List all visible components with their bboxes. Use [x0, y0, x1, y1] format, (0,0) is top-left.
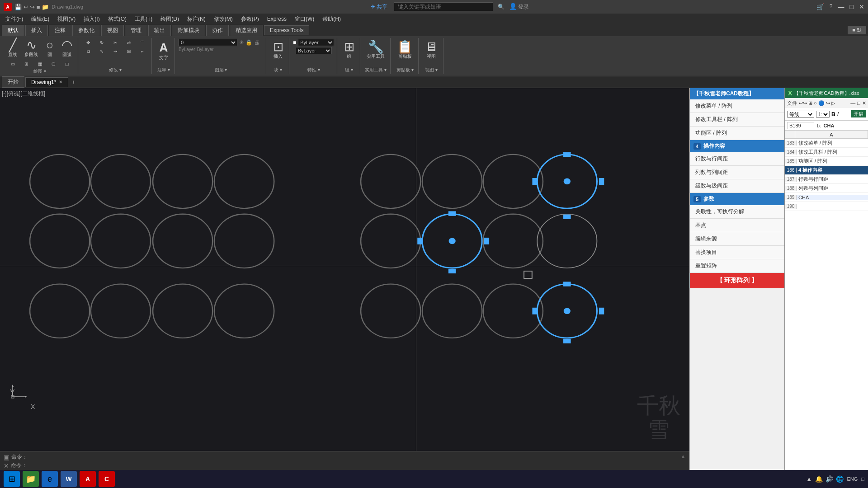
- menu-window[interactable]: 窗口(W): [291, 14, 318, 24]
- panel-item-6[interactable]: 级数与级间距: [690, 179, 784, 193]
- handle-left[interactable]: [533, 178, 537, 185]
- btn-arc[interactable]: ◠ 圆弧: [59, 37, 75, 60]
- menu-draw[interactable]: 绘图(D): [157, 14, 183, 24]
- excel-open-btn[interactable]: 开启: [851, 111, 866, 117]
- menu-format[interactable]: 格式(O): [104, 14, 130, 24]
- panel-item-8[interactable]: 基点: [690, 219, 784, 232]
- btn-insert[interactable]: ⊡ 插入: [270, 39, 286, 61]
- circle-r2c3[interactable]: [153, 214, 212, 268]
- excel-row-6[interactable]: 188 列数与列间距: [785, 184, 868, 193]
- btn-mirror[interactable]: ⇌: [123, 39, 135, 46]
- tab-output[interactable]: 输出: [148, 25, 171, 36]
- login-btn[interactable]: 登录: [518, 4, 529, 10]
- tray-volume[interactable]: 🔊: [826, 475, 833, 483]
- tab-view[interactable]: 视图: [101, 25, 124, 36]
- excel-maximize[interactable]: □: [857, 100, 860, 106]
- handle-top[interactable]: [564, 152, 571, 156]
- btn-extend[interactable]: ⇥: [109, 48, 122, 55]
- taskbar-start[interactable]: ⊞: [4, 471, 20, 487]
- btn-polyline[interactable]: ∿ 多段线: [22, 37, 41, 60]
- panel-item-3[interactable]: 功能区 / 阵列: [690, 127, 784, 140]
- tray-lang[interactable]: ENG: [847, 476, 858, 482]
- tray-network[interactable]: 🌐: [836, 475, 844, 483]
- panel-item-2[interactable]: 修改工具栏 / 阵列: [690, 113, 784, 127]
- cell-2[interactable]: 修改工具栏 / 阵列: [797, 149, 868, 155]
- handle-b-left[interactable]: [533, 308, 537, 314]
- cell-4[interactable]: 4 操作内容: [797, 167, 868, 174]
- panel-item-11[interactable]: 重置矩阵: [690, 259, 784, 273]
- btn-gradient[interactable]: ▦: [33, 61, 46, 67]
- menu-file[interactable]: 文件(F): [2, 14, 27, 24]
- circle-r2c7[interactable]: [483, 214, 543, 268]
- circle-r2c5[interactable]: [361, 214, 420, 268]
- search-input[interactable]: [394, 2, 493, 11]
- btn-rotate[interactable]: ↻: [95, 39, 108, 46]
- tab-add-btn[interactable]: +: [69, 78, 78, 86]
- handle-bottom[interactable]: [564, 215, 571, 219]
- handle-right[interactable]: [599, 178, 604, 185]
- panel-item-1[interactable]: 修改菜单 / 阵列: [690, 99, 784, 113]
- restore-btn[interactable]: □: [850, 3, 854, 10]
- circle-r1c3[interactable]: [153, 155, 212, 208]
- btn-scale[interactable]: ⤡: [95, 48, 108, 55]
- excel-menu-file[interactable]: 文件: [787, 100, 797, 107]
- handle-m-right[interactable]: [484, 238, 489, 244]
- btn-view[interactable]: 🖥 视图: [422, 39, 440, 61]
- btn-group[interactable]: ⊞ 组: [341, 39, 357, 61]
- panel-item-4[interactable]: 行数与行间距: [690, 152, 784, 166]
- excel-italic[interactable]: I: [837, 111, 839, 117]
- menu-tools[interactable]: 工具(T): [131, 14, 156, 24]
- btn-circle[interactable]: ○ 圆: [42, 37, 58, 60]
- tray-notification[interactable]: □: [861, 476, 864, 482]
- cell-6[interactable]: 列数与列间距: [797, 185, 868, 192]
- cell-3[interactable]: 功能区 / 阵列: [797, 158, 868, 164]
- circle-r1c4[interactable]: [214, 155, 274, 208]
- drawing-canvas[interactable]: [0, 88, 689, 451]
- handle-m-left[interactable]: [418, 238, 422, 244]
- handle-b-top[interactable]: [564, 282, 571, 286]
- menu-insert[interactable]: 插入(I): [80, 14, 103, 24]
- cart-icon[interactable]: 🛒: [816, 3, 824, 10]
- excel-bold[interactable]: B: [831, 111, 835, 117]
- btn-move[interactable]: ✥: [82, 39, 94, 46]
- tray-expand[interactable]: ▲: [806, 475, 812, 483]
- circle-r2c8[interactable]: [537, 214, 597, 268]
- taskbar-ie[interactable]: e: [42, 471, 58, 487]
- excel-size-select[interactable]: 11: [816, 111, 830, 118]
- circle-r2c1[interactable]: [30, 214, 90, 268]
- panel-item-10[interactable]: 替换项目: [690, 246, 784, 259]
- tab-express-tools[interactable]: Express Tools: [264, 25, 309, 35]
- tab-drawing1[interactable]: Drawing1* ✕: [25, 77, 68, 87]
- taskbar-word[interactable]: W: [61, 471, 77, 487]
- tab-insert[interactable]: 插入: [25, 25, 48, 36]
- circle-r3c2[interactable]: [91, 284, 151, 338]
- tab-annotate[interactable]: 注释: [49, 25, 71, 36]
- tab-start[interactable]: 开始: [2, 76, 24, 88]
- handle-m-bottom[interactable]: [449, 269, 456, 273]
- user-icon[interactable]: 👤: [509, 3, 517, 10]
- handle-m-top[interactable]: [449, 211, 456, 216]
- circle-r3c1[interactable]: [30, 284, 90, 338]
- tab-close-icon[interactable]: ✕: [59, 80, 62, 84]
- cell-1[interactable]: 修改菜单 / 阵列: [797, 140, 868, 146]
- tray-bell[interactable]: 🔔: [815, 475, 823, 483]
- linetype-select[interactable]: ByLayer: [296, 47, 332, 54]
- taskbar-autocad[interactable]: A: [80, 471, 96, 487]
- btn-array[interactable]: ⊞: [123, 48, 135, 55]
- share-btn[interactable]: ✈ 共享: [371, 4, 387, 10]
- menu-view[interactable]: 视图(V): [54, 14, 79, 24]
- panel-section-5[interactable]: 5 参数: [690, 193, 784, 205]
- menu-express[interactable]: Express: [264, 15, 290, 23]
- minimize-btn[interactable]: —: [838, 3, 844, 10]
- circle-r1c1[interactable]: [30, 155, 90, 208]
- excel-close[interactable]: ✕: [862, 100, 866, 106]
- color-select[interactable]: ByLayer: [298, 39, 334, 46]
- menu-help[interactable]: 帮助(H): [319, 14, 344, 24]
- btn-boundary[interactable]: ⬡: [47, 61, 60, 67]
- excel-minimize[interactable]: —: [850, 100, 855, 106]
- btn-rect[interactable]: ▭: [6, 61, 19, 67]
- circle-r1c6[interactable]: [422, 155, 482, 208]
- excel-row-8[interactable]: 190: [785, 202, 868, 211]
- search-icon[interactable]: 🔍: [498, 4, 505, 10]
- cell-5[interactable]: 行数与行间距: [797, 176, 868, 183]
